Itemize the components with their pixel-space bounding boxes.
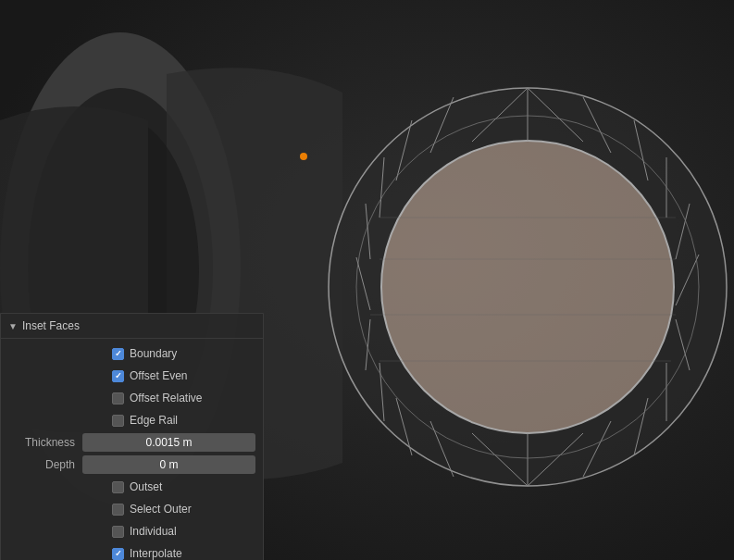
boundary-label[interactable]: Boundary <box>112 347 177 360</box>
depth-input[interactable] <box>82 455 255 474</box>
interpolate-checkbox[interactable] <box>112 548 124 560</box>
thickness-input[interactable] <box>82 433 255 452</box>
thickness-label: Thickness <box>8 436 82 449</box>
svg-point-4 <box>381 141 674 433</box>
panel-collapse-arrow: ▼ <box>8 321 18 331</box>
svg-point-34 <box>300 153 307 160</box>
interpolate-row: Interpolate <box>1 542 263 560</box>
offset-even-text: Offset Even <box>130 369 187 382</box>
panel-body: Boundary Offset Even Offset Relative Edg… <box>1 339 263 560</box>
edge-rail-row: Edge Rail <box>1 409 263 431</box>
thickness-row: Thickness <box>1 431 263 454</box>
offset-relative-label[interactable]: Offset Relative <box>112 392 202 404</box>
select-outer-label[interactable]: Select Outer <box>112 503 192 516</box>
offset-relative-text: Offset Relative <box>130 392 202 404</box>
offset-relative-checkbox[interactable] <box>112 392 124 404</box>
offset-even-row: Offset Even <box>1 365 263 387</box>
edge-rail-checkbox[interactable] <box>112 415 124 427</box>
select-outer-text: Select Outer <box>130 503 192 516</box>
depth-row: Depth <box>1 454 263 476</box>
edge-rail-text: Edge Rail <box>130 414 178 427</box>
interpolate-label[interactable]: Interpolate <box>112 547 182 560</box>
offset-even-checkbox[interactable] <box>112 370 124 382</box>
edge-rail-label[interactable]: Edge Rail <box>112 414 178 427</box>
depth-label: Depth <box>8 458 82 471</box>
panel-header[interactable]: ▼ Inset Faces <box>1 314 263 339</box>
outset-row: Outset <box>1 476 263 498</box>
individual-checkbox[interactable] <box>112 526 124 538</box>
outset-checkbox[interactable] <box>112 481 124 493</box>
individual-text: Individual <box>130 525 177 538</box>
select-outer-checkbox[interactable] <box>112 504 124 516</box>
individual-row: Individual <box>1 520 263 542</box>
interpolate-text: Interpolate <box>130 547 182 560</box>
inset-faces-panel: ▼ Inset Faces Boundary Offset Even Offse… <box>0 313 264 560</box>
offset-even-label[interactable]: Offset Even <box>112 369 187 382</box>
panel-title: Inset Faces <box>22 319 80 332</box>
boundary-checkbox[interactable] <box>112 348 124 360</box>
outset-text: Outset <box>130 480 162 493</box>
individual-label[interactable]: Individual <box>112 525 177 538</box>
boundary-row: Boundary <box>1 342 263 365</box>
boundary-text: Boundary <box>130 347 177 360</box>
offset-relative-row: Offset Relative <box>1 387 263 409</box>
outset-label[interactable]: Outset <box>112 480 162 493</box>
select-outer-row: Select Outer <box>1 498 263 520</box>
